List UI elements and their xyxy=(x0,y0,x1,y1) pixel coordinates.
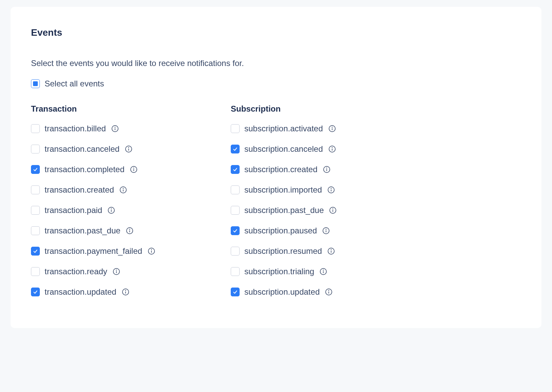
event-checkbox[interactable] xyxy=(31,185,40,194)
event-label: transaction.completed xyxy=(45,165,125,174)
event-label: transaction.billed xyxy=(45,124,106,133)
svg-point-14 xyxy=(111,209,112,209)
svg-point-32 xyxy=(332,147,332,148)
event-checkbox[interactable] xyxy=(231,247,240,256)
info-icon[interactable] xyxy=(111,125,119,132)
event-label: transaction.past_due xyxy=(45,226,120,235)
event-row: transaction.created xyxy=(31,185,231,195)
event-row: subscription.canceled xyxy=(231,144,431,154)
info-icon[interactable] xyxy=(125,145,132,153)
event-checkbox[interactable] xyxy=(231,206,240,215)
info-icon[interactable] xyxy=(148,247,155,255)
event-row: transaction.ready xyxy=(31,267,231,276)
event-checkbox[interactable] xyxy=(231,165,240,174)
info-icon[interactable] xyxy=(119,186,127,194)
section-title: Events xyxy=(31,27,521,38)
svg-point-53 xyxy=(329,290,329,291)
event-checkbox[interactable] xyxy=(231,145,240,153)
info-icon[interactable] xyxy=(328,145,336,153)
svg-point-50 xyxy=(323,270,324,270)
info-icon[interactable] xyxy=(329,207,337,214)
select-all-row: Select all events xyxy=(31,79,521,88)
event-row: subscription.resumed xyxy=(231,246,431,256)
event-row: subscription.paused xyxy=(231,226,431,235)
event-label: transaction.ready xyxy=(45,267,107,276)
info-icon[interactable] xyxy=(327,186,335,194)
column-subscription: Subscription subscription.activatedsubsc… xyxy=(231,104,431,308)
event-list-subscription: subscription.activatedsubscription.cance… xyxy=(231,124,431,297)
info-icon[interactable] xyxy=(328,125,336,132)
svg-point-23 xyxy=(116,270,117,270)
info-icon[interactable] xyxy=(130,166,137,173)
event-label: subscription.resumed xyxy=(244,246,322,256)
svg-point-5 xyxy=(129,147,129,148)
event-checkbox[interactable] xyxy=(231,226,240,235)
info-icon[interactable] xyxy=(126,227,133,234)
info-icon[interactable] xyxy=(108,207,115,214)
event-row: subscription.past_due xyxy=(231,206,431,215)
event-label: subscription.imported xyxy=(244,185,322,195)
info-icon[interactable] xyxy=(122,288,129,296)
event-label: subscription.updated xyxy=(244,287,320,297)
group-title-transaction: Transaction xyxy=(31,104,231,114)
event-label: subscription.past_due xyxy=(244,206,324,215)
svg-point-2 xyxy=(115,127,115,127)
event-row: subscription.created xyxy=(231,165,431,174)
info-icon[interactable] xyxy=(327,247,335,255)
svg-point-38 xyxy=(331,188,331,189)
event-checkbox[interactable] xyxy=(31,288,40,296)
svg-point-35 xyxy=(326,168,327,168)
info-icon[interactable] xyxy=(113,268,120,275)
event-row: transaction.payment_failed xyxy=(31,246,231,256)
event-checkbox[interactable] xyxy=(231,124,240,133)
event-label: transaction.payment_failed xyxy=(45,246,142,256)
group-title-subscription: Subscription xyxy=(231,104,431,114)
event-row: subscription.trialing xyxy=(231,267,431,276)
info-icon[interactable] xyxy=(325,288,332,296)
event-label: transaction.paid xyxy=(45,206,102,215)
event-checkbox[interactable] xyxy=(231,288,240,296)
event-checkbox[interactable] xyxy=(231,185,240,194)
svg-point-11 xyxy=(123,188,124,189)
select-all-checkbox[interactable] xyxy=(31,79,40,88)
event-columns: Transaction transaction.billedtransactio… xyxy=(31,104,521,308)
event-label: transaction.updated xyxy=(45,287,116,297)
event-label: subscription.canceled xyxy=(244,144,323,154)
event-checkbox[interactable] xyxy=(31,165,40,174)
event-row: transaction.billed xyxy=(31,124,231,133)
event-label: subscription.activated xyxy=(244,124,323,133)
svg-point-47 xyxy=(331,249,331,250)
event-label: transaction.canceled xyxy=(45,144,119,154)
svg-point-20 xyxy=(151,249,151,250)
event-list-transaction: transaction.billedtransaction.canceledtr… xyxy=(31,124,231,297)
description-text: Select the events you would like to rece… xyxy=(31,59,521,68)
event-row: transaction.paid xyxy=(31,206,231,215)
svg-point-44 xyxy=(326,229,326,229)
event-checkbox[interactable] xyxy=(231,267,240,276)
event-checkbox[interactable] xyxy=(31,124,40,133)
event-row: subscription.imported xyxy=(231,185,431,195)
event-checkbox[interactable] xyxy=(31,226,40,235)
info-icon[interactable] xyxy=(323,166,330,173)
svg-point-26 xyxy=(125,290,126,291)
event-label: subscription.created xyxy=(244,165,318,174)
select-all-label: Select all events xyxy=(45,79,104,88)
svg-point-41 xyxy=(333,209,333,209)
event-checkbox[interactable] xyxy=(31,247,40,256)
event-row: transaction.canceled xyxy=(31,144,231,154)
info-icon[interactable] xyxy=(322,227,330,234)
event-checkbox[interactable] xyxy=(31,206,40,215)
svg-point-29 xyxy=(332,127,332,127)
event-label: subscription.paused xyxy=(244,226,317,235)
svg-point-8 xyxy=(133,168,134,168)
svg-point-17 xyxy=(129,229,130,229)
event-row: subscription.activated xyxy=(231,124,431,133)
events-card: Events Select the events you would like … xyxy=(11,7,541,328)
event-row: transaction.past_due xyxy=(31,226,231,235)
event-checkbox[interactable] xyxy=(31,267,40,276)
event-checkbox[interactable] xyxy=(31,145,40,153)
info-icon[interactable] xyxy=(320,268,327,275)
event-label: transaction.created xyxy=(45,185,114,195)
column-transaction: Transaction transaction.billedtransactio… xyxy=(31,104,231,308)
event-label: subscription.trialing xyxy=(244,267,314,276)
